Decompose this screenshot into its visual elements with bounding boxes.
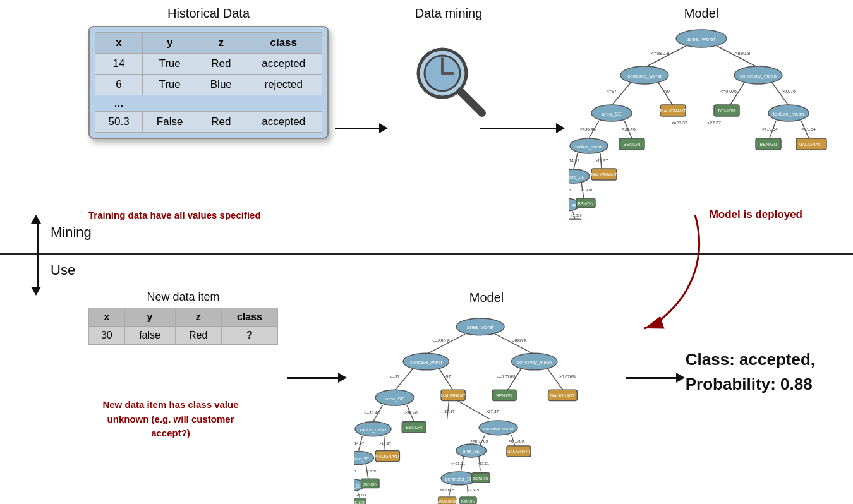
svg-text:BENIGN: BENIGN xyxy=(760,142,777,147)
arrow-shaft xyxy=(480,128,556,129)
svg-text:<=14.97: <=14.97 xyxy=(354,441,365,445)
col-z: z xyxy=(197,33,245,54)
svg-line-17 xyxy=(612,83,631,105)
svg-text:<=0.1789: <=0.1789 xyxy=(470,439,488,443)
svg-text:BENIGN: BENIGN xyxy=(354,501,366,504)
cell: Red xyxy=(197,54,245,75)
main-container: Mining Use Historical Data x y z class 1… xyxy=(0,0,853,504)
svg-text:>0.076: >0.076 xyxy=(782,89,796,93)
cell: rejected xyxy=(245,75,322,95)
cell: False xyxy=(143,112,197,133)
svg-text:>0.1789: >0.1789 xyxy=(509,439,524,443)
svg-text:area_SE: area_SE xyxy=(463,449,480,454)
svg-line-87 xyxy=(439,369,453,390)
svg-line-21 xyxy=(730,83,744,105)
col-x: x xyxy=(89,308,125,327)
historical-data-table-card: x y z class 14 True Red accepted 6 xyxy=(88,26,329,139)
arrow-up-icon xyxy=(35,215,41,224)
model-title-bottom: Model xyxy=(354,291,619,305)
svg-text:<=19.54: <=19.54 xyxy=(761,127,778,131)
svg-text:<=14.97: <=14.97 xyxy=(569,159,579,163)
col-x: x xyxy=(95,33,143,54)
svg-line-86 xyxy=(395,369,413,390)
arrow-to-magnifier xyxy=(335,123,388,133)
col-z: z xyxy=(175,308,221,327)
arrow-to-result xyxy=(626,373,685,383)
svg-line-2 xyxy=(461,92,482,113)
svg-line-111 xyxy=(384,436,385,451)
cell: Blue xyxy=(197,75,245,95)
arrow-to-model-top xyxy=(480,123,565,133)
svg-text:<=2.615: <=2.615 xyxy=(440,488,454,492)
svg-text:BENIGN: BENIGN xyxy=(461,500,475,503)
historical-data-section: Historical Data x y z class 14 True Red xyxy=(88,6,329,139)
model-tree-bottom: area_worst <=880.8 >880.8 concave_worst … xyxy=(354,309,607,504)
svg-text:concavity_mean: concavity_mean xyxy=(740,73,777,79)
svg-text:BENIGN: BENIGN xyxy=(718,109,735,113)
svg-text:BENIGN: BENIGN xyxy=(363,482,378,486)
svg-line-79 xyxy=(495,334,535,354)
svg-text:>27.37: >27.37 xyxy=(707,121,721,125)
table-row: 6 True Blue rejected xyxy=(95,75,322,95)
svg-text:concave_worst: concave_worst xyxy=(410,359,443,365)
svg-text:concave_worst: concave_worst xyxy=(627,73,662,79)
table-row: 50.3 False Red accepted xyxy=(95,112,322,133)
svg-text:<=0.076: <=0.076 xyxy=(720,89,737,93)
svg-text:BENIGN: BENIGN xyxy=(578,201,594,206)
cell-z: Red xyxy=(175,327,221,345)
svg-text:>14.97: >14.97 xyxy=(595,159,608,163)
svg-text:MALIGNANT: MALIGNANT xyxy=(507,449,531,453)
svg-text:<=880.8: <=880.8 xyxy=(432,338,450,344)
arrow-shaft xyxy=(335,128,379,129)
svg-text:>2.615: >2.615 xyxy=(467,488,480,492)
magnifier-icon xyxy=(408,39,490,121)
svg-text:texture_mean: texture_mean xyxy=(773,111,804,117)
cell-y: false xyxy=(124,327,175,345)
svg-text:<=27.37: <=27.37 xyxy=(439,409,455,414)
svg-text:>880.8: >880.8 xyxy=(735,51,751,56)
svg-line-9 xyxy=(644,46,686,68)
cell-x: 30 xyxy=(89,327,125,345)
cell xyxy=(197,95,245,112)
svg-line-18 xyxy=(658,83,673,105)
svg-text:MALIGNANT: MALIGNANT xyxy=(591,172,618,177)
table-row-dots: ... xyxy=(95,95,322,112)
new-data-note: New data item has class value unknown (e… xyxy=(88,398,253,441)
svg-text:radius_mean: radius_mean xyxy=(360,428,386,433)
model-title-top: Model xyxy=(569,6,834,21)
data-mining-title: Data mining xyxy=(385,6,512,21)
svg-text:BENIGN: BENIGN xyxy=(473,476,488,481)
cell: True xyxy=(143,54,197,75)
new-data-table: x y z class 30 false Red ? xyxy=(88,308,278,345)
svg-text:>2.219: >2.219 xyxy=(356,493,366,497)
svg-text:>14.97: >14.97 xyxy=(379,441,392,445)
arrow-line xyxy=(37,224,39,287)
table-row: 30 false Red ? xyxy=(89,327,278,345)
svg-text:texture_SE: texture_SE xyxy=(569,175,585,180)
cell: 14 xyxy=(95,54,143,75)
data-mining-section: Data mining xyxy=(385,6,512,123)
col-y: y xyxy=(124,308,175,327)
arrow-head-right-icon xyxy=(676,373,685,383)
svg-text:<=97: <=97 xyxy=(607,89,617,93)
table-row: 14 True Red accepted xyxy=(95,54,322,75)
svg-line-22 xyxy=(772,83,789,105)
svg-text:concavity_mean: concavity_mean xyxy=(517,359,552,365)
model-tree-top: area_worst <=880.8 >880.8 concave_worst … xyxy=(569,25,834,220)
svg-text:concave_worst: concave_worst xyxy=(483,426,514,431)
svg-text:<=21.91: <=21.91 xyxy=(451,461,465,465)
svg-text:<=97: <=97 xyxy=(390,375,399,379)
svg-text:MALIGNANT: MALIGNANT xyxy=(660,109,687,113)
svg-text:>880.8: >880.8 xyxy=(512,338,527,344)
svg-text:BENIGN: BENIGN xyxy=(624,142,641,147)
svg-text:MALIGNANT: MALIGNANT xyxy=(550,393,575,398)
svg-text:area_worst: area_worst xyxy=(467,324,494,330)
svg-text:>27.37: >27.37 xyxy=(486,409,499,414)
historical-data-table: x y z class 14 True Red accepted 6 xyxy=(95,32,322,133)
svg-text:texture_SE: texture_SE xyxy=(354,457,370,462)
arrow-head-right-icon xyxy=(338,373,347,383)
svg-line-91 xyxy=(548,369,564,390)
cell: 50.3 xyxy=(95,112,143,133)
arrow-to-model-bottom xyxy=(287,373,347,383)
svg-line-149 xyxy=(479,457,480,471)
